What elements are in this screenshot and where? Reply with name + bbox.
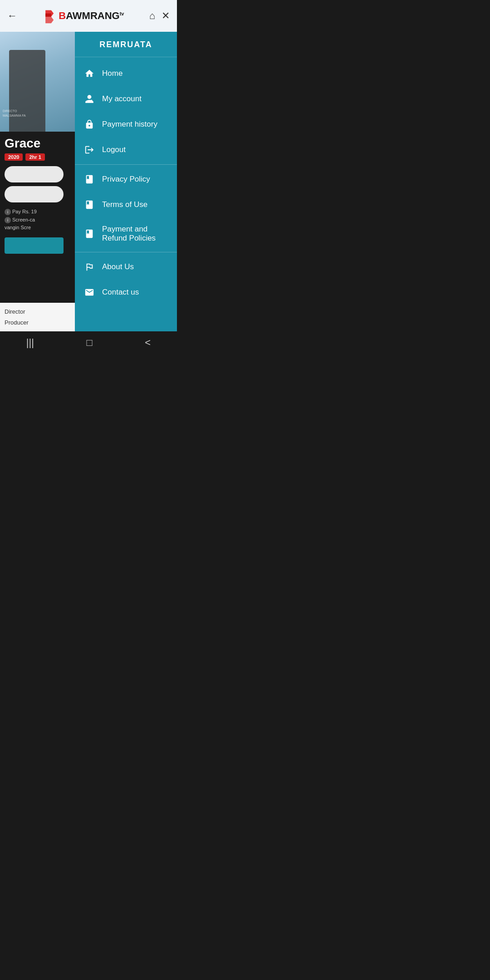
nav-menu-button[interactable]: ||| bbox=[26, 337, 34, 349]
logo-text: BAWMRANGtv bbox=[59, 10, 124, 22]
logo-icon bbox=[42, 8, 59, 24]
logout-menu-label: Logout bbox=[102, 145, 126, 154]
nav-back-button[interactable]: < bbox=[145, 337, 151, 349]
privacy-menu-label: Privacy Policy bbox=[102, 175, 150, 184]
about-menu-label: About Us bbox=[102, 262, 134, 271]
duration-tag: 2hr 1 bbox=[25, 153, 44, 161]
contact-menu-label: Contact us bbox=[102, 288, 139, 297]
logo: BAWMRANGtv bbox=[42, 8, 124, 24]
privacy-menu-icon bbox=[84, 174, 95, 185]
movie-buttons bbox=[5, 166, 73, 202]
menu-item-refund[interactable]: Payment and Refund Policies bbox=[75, 217, 177, 250]
svg-rect-2 bbox=[45, 14, 51, 17]
drawer: REMRUATA Home My account Pay bbox=[75, 32, 177, 331]
logout-menu-icon bbox=[84, 144, 95, 155]
account-menu-label: My account bbox=[102, 94, 142, 103]
payment-history-menu-label: Payment history bbox=[102, 120, 157, 129]
movie-info: Grace 2020 2hr 1 iPay Rs. 19 iScreen-ca … bbox=[0, 132, 77, 254]
movie-title: Grace bbox=[5, 136, 73, 151]
producer-label: Producer bbox=[5, 317, 73, 328]
account-menu-icon bbox=[84, 94, 95, 104]
info-icon-2: i bbox=[5, 217, 11, 223]
svg-marker-1 bbox=[45, 17, 54, 23]
info-icon-1: i bbox=[5, 209, 11, 215]
menu-item-contact[interactable]: Contact us bbox=[75, 280, 177, 305]
movie-info-text: iPay Rs. 19 iScreen-ca vangin Scre bbox=[5, 208, 73, 232]
back-button[interactable]: ← bbox=[7, 10, 17, 22]
about-menu-icon bbox=[84, 261, 95, 272]
nav-home-button[interactable]: □ bbox=[87, 337, 93, 349]
trailer-button[interactable] bbox=[5, 186, 64, 202]
terms-menu-label: Terms of Use bbox=[102, 200, 147, 209]
movie-poster: DIRECTOMALSAWMA FA bbox=[0, 32, 77, 132]
menu-item-account[interactable]: My account bbox=[75, 86, 177, 112]
header: ← BAWMRANGtv ⌂ ✕ bbox=[0, 0, 177, 32]
main-content: DIRECTOMALSAWMA FA Grace 2020 2hr 1 iPay… bbox=[0, 32, 177, 331]
menu-divider-2 bbox=[75, 252, 177, 252]
director-info: Director Producer bbox=[0, 303, 77, 331]
close-button[interactable]: ✕ bbox=[162, 10, 170, 22]
movie-tags: 2020 2hr 1 bbox=[5, 153, 73, 161]
year-tag: 2020 bbox=[5, 153, 23, 161]
refund-menu-icon bbox=[84, 228, 95, 239]
home-menu-icon bbox=[84, 68, 95, 79]
logo-b: B bbox=[59, 10, 66, 21]
drawer-username: REMRUATA bbox=[84, 40, 168, 49]
terms-menu-icon bbox=[84, 199, 95, 210]
navbar: ||| □ < bbox=[0, 331, 177, 354]
director-label: Director bbox=[5, 306, 73, 317]
menu-item-terms[interactable]: Terms of Use bbox=[75, 192, 177, 217]
header-actions: ⌂ ✕ bbox=[149, 10, 170, 22]
menu-item-privacy[interactable]: Privacy Policy bbox=[75, 167, 177, 192]
refund-menu-label: Payment and Refund Policies bbox=[102, 225, 168, 243]
menu-item-home[interactable]: Home bbox=[75, 61, 177, 86]
menu-divider-1 bbox=[75, 164, 177, 165]
poster-figure bbox=[9, 50, 45, 132]
play-button[interactable] bbox=[5, 166, 64, 182]
subscribe-button[interactable] bbox=[5, 237, 64, 254]
home-menu-label: Home bbox=[102, 69, 122, 78]
menu-item-logout[interactable]: Logout bbox=[75, 137, 177, 163]
poster-text: DIRECTOMALSAWMA FA bbox=[3, 109, 26, 118]
contact-menu-icon bbox=[84, 287, 95, 298]
payment-history-menu-icon bbox=[84, 119, 95, 130]
menu-item-payment-history[interactable]: Payment history bbox=[75, 112, 177, 137]
drawer-menu: Home My account Payment history Logout bbox=[75, 57, 177, 331]
menu-item-about[interactable]: About Us bbox=[75, 254, 177, 280]
drawer-header: REMRUATA bbox=[75, 32, 177, 57]
home-button[interactable]: ⌂ bbox=[149, 10, 155, 22]
